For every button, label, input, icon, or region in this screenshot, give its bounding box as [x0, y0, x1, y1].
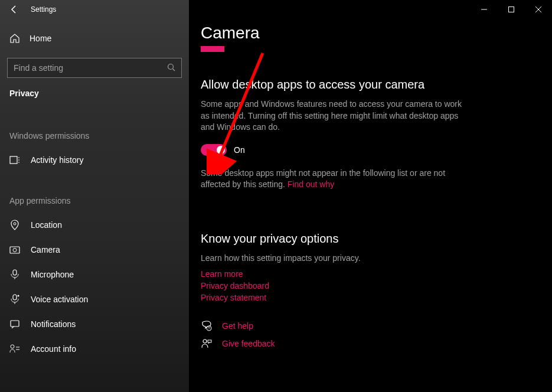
svg-point-8 — [14, 223, 16, 225]
microphone-icon — [9, 269, 20, 280]
sidebar-item-location[interactable]: Location — [0, 213, 189, 237]
group-heading-app: App permissions — [0, 196, 189, 205]
svg-rect-23 — [208, 340, 211, 342]
svg-rect-13 — [13, 295, 17, 300]
give-feedback-row[interactable]: Give feedback — [201, 338, 552, 349]
get-help-row[interactable]: ? Get help — [201, 320, 552, 332]
give-feedback-link[interactable]: Give feedback — [222, 339, 275, 348]
maximize-button[interactable] — [498, 0, 525, 19]
sidebar-item-voice-activation[interactable]: Voice activation — [0, 287, 189, 312]
sidebar-item-camera[interactable]: Camera — [0, 237, 189, 262]
sidebar-item-label: Activity history — [31, 155, 83, 165]
close-button[interactable] — [525, 0, 552, 19]
svg-point-22 — [203, 339, 207, 343]
current-section-label: Privacy — [0, 89, 189, 98]
find-out-why-link[interactable]: Find out why — [288, 179, 334, 189]
sidebar-item-notifications[interactable]: Notifications — [0, 312, 189, 337]
history-icon — [9, 155, 20, 165]
feedback-icon — [201, 338, 213, 349]
window-title: Settings — [31, 5, 56, 14]
sidebar-item-label: Location — [31, 220, 62, 230]
svg-point-2 — [168, 64, 174, 69]
sidebar-item-microphone[interactable]: Microphone — [0, 262, 189, 287]
home-nav[interactable]: Home — [0, 28, 189, 48]
know-description: Learn how this setting impacts your priv… — [201, 253, 472, 264]
close-icon — [535, 6, 541, 12]
sidebar: Home Privacy Windows permissions Activit… — [0, 0, 189, 392]
search-icon — [167, 63, 175, 73]
sidebar-item-label: Voice activation — [31, 295, 88, 304]
sidebar-item-label: Microphone — [31, 270, 74, 279]
section-description: Some apps and Windows features need to a… — [201, 99, 472, 133]
svg-point-15 — [18, 295, 19, 297]
sidebar-item-label: Camera — [31, 245, 60, 254]
toggle-knob — [217, 146, 225, 154]
sidebar-item-label: Notifications — [31, 319, 76, 329]
location-icon — [9, 220, 20, 230]
svg-point-10 — [13, 249, 17, 252]
privacy-statement-link[interactable]: Privacy statement — [201, 293, 552, 302]
search-input-container[interactable] — [7, 58, 182, 78]
back-button[interactable] — [0, 0, 28, 19]
account-icon — [9, 344, 20, 354]
notifications-icon — [9, 319, 20, 329]
know-heading: Know your privacy options — [201, 232, 552, 246]
sidebar-item-activity-history[interactable]: Activity history — [0, 148, 189, 172]
camera-icon — [9, 244, 20, 255]
svg-line-3 — [173, 68, 175, 71]
svg-rect-9 — [10, 247, 19, 253]
accent-bar — [201, 46, 224, 52]
learn-more-link[interactable]: Learn more — [201, 269, 552, 279]
home-label: Home — [30, 34, 51, 43]
help-icon: ? — [201, 320, 213, 332]
section-heading: Allow desktop apps to access your camera — [201, 78, 552, 92]
sidebar-item-account-info[interactable]: Account info — [0, 337, 189, 361]
get-help-link[interactable]: Get help — [222, 321, 253, 331]
toggle-state-label: On — [234, 145, 245, 155]
privacy-dashboard-link[interactable]: Privacy dashboard — [201, 281, 552, 290]
svg-text:?: ? — [208, 326, 210, 330]
content-area: Camera Allow desktop apps to access your… — [201, 0, 552, 392]
home-icon — [9, 33, 20, 44]
arrow-left-icon — [9, 5, 19, 14]
desktop-apps-camera-toggle[interactable] — [201, 144, 227, 156]
voice-icon — [9, 294, 20, 305]
svg-rect-4 — [10, 156, 17, 164]
minimize-button[interactable] — [471, 0, 498, 19]
page-title: Camera — [201, 24, 552, 43]
svg-rect-16 — [11, 321, 19, 326]
svg-point-17 — [11, 345, 14, 348]
minimize-icon — [481, 6, 487, 12]
svg-rect-1 — [509, 7, 514, 12]
svg-rect-11 — [13, 270, 17, 275]
search-input[interactable] — [14, 63, 167, 73]
group-heading-windows: Windows permissions — [0, 131, 189, 141]
note-text: Some desktop apps might not appear in th… — [201, 168, 472, 191]
sidebar-item-label: Account info — [31, 344, 76, 354]
maximize-icon — [508, 6, 514, 12]
